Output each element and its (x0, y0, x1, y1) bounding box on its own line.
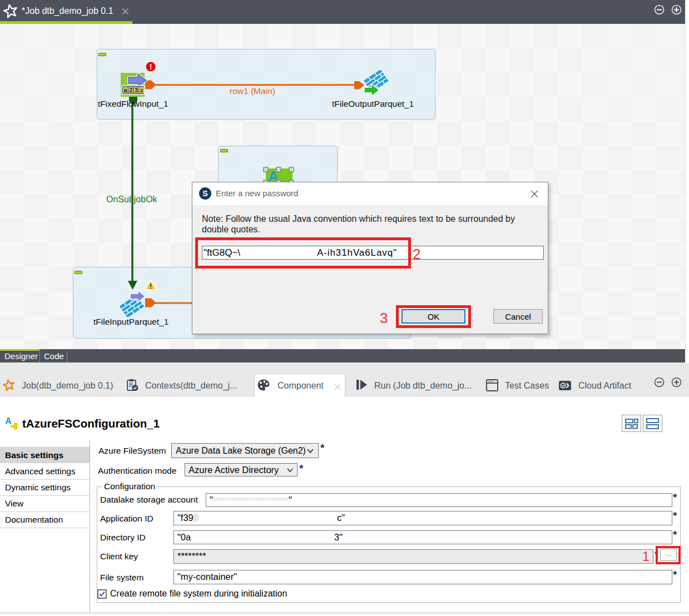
svg-text:2: 2 (129, 87, 132, 93)
svg-text:!: ! (150, 62, 152, 71)
svg-text:a: a (124, 87, 128, 93)
svg-text:S: S (202, 189, 207, 198)
svg-text:A: A (5, 416, 12, 426)
svg-text:3: 3 (135, 87, 138, 93)
svg-text:z: z (140, 87, 143, 93)
